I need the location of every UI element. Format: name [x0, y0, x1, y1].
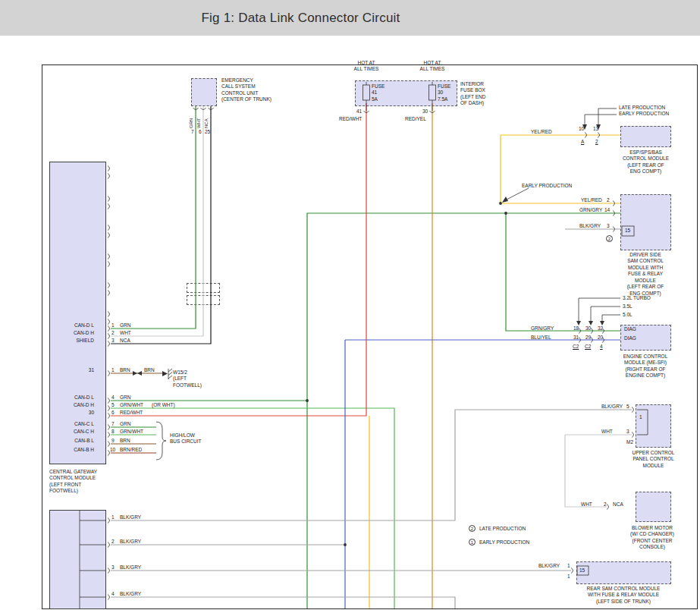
- figure-page: Fig 1: Data Link Connector Circuit: [0, 0, 700, 610]
- wire-color-label: RED/WHT: [339, 116, 362, 122]
- central-gateway-box: [49, 162, 106, 464]
- bus-circuit-label: HIGH/LOW BUS CIRCUIT: [170, 432, 202, 445]
- connector-id: 2: [595, 139, 598, 145]
- pin-number: 2: [111, 539, 115, 545]
- early-production-label: EARLY PRODUCTION: [619, 111, 669, 117]
- diag-label: DIAG: [624, 326, 636, 332]
- blower-motor-box: [636, 492, 671, 522]
- pin-number: 4: [111, 395, 115, 401]
- ecm-label: ENGINE CONTROL MODULE (ME-SFI) (RIGHT RE…: [619, 354, 672, 379]
- pin-number: 2: [607, 197, 610, 203]
- wire-color-label: GRN/GRY: [579, 207, 602, 213]
- pin-number: 3: [626, 429, 629, 435]
- fuse-label: FUSE 41 5A: [372, 83, 385, 102]
- gateway-row-label: SHIELD: [50, 338, 94, 344]
- pin-number: 3: [111, 338, 115, 344]
- gateway-row-label: CAN-B H: [50, 447, 94, 453]
- pin-number: 14: [604, 207, 610, 213]
- legend-symbol-late: 2: [469, 525, 476, 532]
- emergency-call-unit-box: [191, 78, 217, 106]
- wire-color-label: BRN: [144, 367, 155, 373]
- pin-number: 41: [356, 108, 362, 115]
- legend-symbol-early: 1: [469, 539, 476, 546]
- gateway-row-label: CAN-C L: [50, 421, 94, 427]
- pin-number: 30: [585, 325, 591, 332]
- engine-variant-label: 5.0L: [623, 312, 633, 318]
- pin-number: 8: [111, 429, 115, 435]
- emergency-unit-label: EMERGENCY CALL SYSTEM CONTROL UNIT (CENT…: [221, 77, 288, 103]
- connector-id: 1: [567, 574, 570, 580]
- wire-color-label: GRN/GRY: [531, 325, 554, 332]
- esp-module-box: [620, 126, 671, 147]
- pin-number: 4: [111, 591, 115, 597]
- engine-variant-label: 3.5L: [623, 303, 633, 310]
- fuse-id: 15: [579, 568, 585, 574]
- connector-id: M2: [626, 439, 633, 445]
- wire-color-label: BLK/GRY: [538, 563, 560, 569]
- gateway-row-label: CAN-D H: [50, 402, 94, 408]
- gateway-row-label: 30: [50, 410, 94, 416]
- pin-number: 7: [191, 129, 194, 135]
- wire-color-label: GRN/WHT: [120, 429, 143, 435]
- connector-id: A: [581, 139, 584, 145]
- esp-module-label: ESP/SPS/BAS CONTROL MODULE (LEFT REAR OF…: [620, 149, 672, 175]
- inline-connector-box-1: [187, 283, 220, 293]
- diag-label: DIAG: [624, 335, 636, 341]
- blower-motor-label: BLOWER MOTOR (W/ CD CHANGER) (FRONT CENT…: [620, 525, 684, 551]
- pin-number: 1: [111, 322, 115, 329]
- wire-color-label: NCA: [120, 338, 130, 344]
- legend-text-early: EARLY PRODUCTION: [479, 539, 529, 546]
- pin-number: 1: [111, 367, 115, 373]
- wire-color-label: GRN: [120, 322, 130, 329]
- wire-color-label: BRN/RED: [120, 447, 142, 453]
- pin-number: 20: [598, 335, 603, 341]
- pin-number: 5: [111, 402, 115, 408]
- wire-color-label: BLK/GRY: [120, 514, 141, 520]
- rear-sam-label: REAR SAM CONTROL MODULE WITH FUSE & RELA…: [573, 586, 673, 605]
- driver-sam-module-box: [620, 194, 671, 250]
- wire-color-label: BLK/GRY: [120, 539, 141, 545]
- wire-color-label: BLK/GRY: [120, 564, 141, 571]
- wire-color-label: RED/YEL: [405, 116, 426, 122]
- pin-number: 5: [626, 404, 629, 410]
- legend-text-late: LATE PRODUCTION: [479, 526, 526, 532]
- connector-id: C2: [573, 344, 579, 350]
- pin-number: 10: [110, 447, 115, 453]
- pin-number: 32: [598, 325, 603, 332]
- pin-number: 6: [111, 410, 115, 416]
- pin-number: 31: [573, 335, 579, 341]
- gateway-row-label: CAN-B L: [50, 438, 94, 444]
- connector-id: C2: [585, 344, 591, 350]
- wire-color-label: BRN: [120, 367, 130, 373]
- fuse-id: 15: [625, 228, 630, 234]
- pin-number: 13: [593, 126, 598, 132]
- wire-color-label: NCA: [613, 502, 623, 508]
- wire-color-label: BRN: [120, 438, 130, 444]
- pin-number: 9: [111, 438, 115, 444]
- hot-at-all-times-label: HOT AT ALL TIMES: [351, 60, 381, 73]
- figure-title: Fig 1: Data Link Connector Circuit: [202, 11, 400, 26]
- gateway-module-label: CENTRAL GATEWAY CONTROL MODULE (LEFT FRO…: [49, 469, 97, 495]
- hot-at-all-times-label: HOT AT ALL TIMES: [417, 60, 447, 73]
- wire-color-label: GRN/WHT: [120, 402, 143, 408]
- figure-title-bar: Fig 1: Data Link Connector Circuit: [0, 0, 700, 36]
- upper-panel-label: UPPER CONTROL PANEL CONTROL MODULE: [625, 450, 682, 469]
- wire-color-label: BLK/GRY: [579, 223, 601, 229]
- pin-number: 30: [422, 108, 428, 115]
- gateway-row-label: 31: [50, 367, 94, 373]
- upper-control-panel-box: [636, 404, 671, 448]
- pin-number: 10: [579, 126, 584, 132]
- connector-id: 4: [600, 344, 603, 350]
- wire-color-label: WHT: [120, 330, 131, 336]
- gateway-row-label: CAN-D L: [50, 322, 94, 329]
- pin-number: 29: [585, 335, 591, 341]
- fuse-label: FUSE 30 7.5A: [438, 83, 450, 102]
- wire-note: (OR WHT): [152, 402, 175, 408]
- engine-variant-label: 3.2L TURBO: [623, 295, 651, 301]
- pin-number: 6: [199, 129, 202, 135]
- driver-sam-label: DRIVER SIDE SAM CONTROL MODULE WITH FUSE…: [619, 252, 672, 297]
- pin-number: 1: [567, 563, 570, 569]
- pin-number: 3: [607, 223, 610, 229]
- pin-number: 3: [111, 564, 115, 571]
- data-link-connector-box: [49, 510, 106, 609]
